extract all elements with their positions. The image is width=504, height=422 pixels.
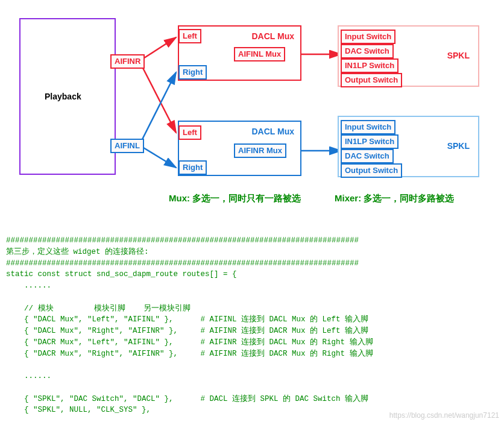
svg-line-3 xyxy=(140,146,176,168)
playback-label: Playback xyxy=(45,92,81,101)
top-mux-sub: AIFINL Mux xyxy=(234,47,285,61)
code-hr1: ########################################… xyxy=(6,236,359,245)
top-mixer-title: SPKL xyxy=(447,51,470,60)
top-mux-left: Left xyxy=(178,29,201,43)
code-decl: static const struct snd_soc_dapm_route r… xyxy=(6,270,237,279)
top-mixer-item-0: Input Switch xyxy=(341,30,395,44)
code-r4: { "DACR Mux", "Right", "AIFINR" }, # AIF… xyxy=(6,350,373,358)
code-comment-header: // 模块 模块引脚 另一模块引脚 xyxy=(6,304,191,313)
bottom-mux-title: DACL Mux xyxy=(251,127,294,136)
code-r1: { "DACL Mux", "Left", "AIFINL" }, # AIFI… xyxy=(6,315,368,324)
code-dots2: ...... xyxy=(6,372,51,380)
code-dots1: ...... xyxy=(6,282,51,290)
diagram-canvas: Playback AIFINR AIFINL DACL Mux Left Rig… xyxy=(0,0,504,422)
bottom-mixer-item-0: Input Switch xyxy=(341,120,395,134)
mux-caption: Mux: 多选一，同时只有一路被选 xyxy=(169,193,301,204)
mixer-caption: Mixer: 多选一，同时多路被选 xyxy=(335,193,454,204)
top-mixer-item-2: IN1LP Switch xyxy=(341,58,398,73)
svg-line-1 xyxy=(140,63,176,133)
code-r2: { "DACL Mux", "Right", "AIFINR" }, # AIF… xyxy=(6,327,368,335)
aifinl-label: AIFINL xyxy=(110,139,144,153)
top-mux-right: Right xyxy=(178,65,207,80)
code-hr2: ########################################… xyxy=(6,259,359,268)
code-step: 第三步，定义这些 widget 的连接路径: xyxy=(6,248,149,256)
code-r3: { "DACR Mux", "Left", "AIFINL" }, # AIFI… xyxy=(6,338,373,347)
bottom-mixer-item-2: DAC Switch xyxy=(341,149,394,163)
playback-box: Playback xyxy=(19,18,116,175)
top-mixer-item-3: Output Switch xyxy=(341,73,402,87)
bottom-mux-sub: AIFINR Mux xyxy=(234,143,286,158)
bottom-mixer-title: SPKL xyxy=(447,141,470,151)
code-block: ########################################… xyxy=(6,235,498,422)
svg-line-2 xyxy=(140,72,176,143)
aifinr-label: AIFINR xyxy=(110,54,145,69)
watermark: https://blog.csdn.net/wangjun7121 xyxy=(389,411,499,420)
code-r6: { "SPKL", NULL, "CLK_SYS" }, xyxy=(6,406,151,414)
bottom-mux-left: Left xyxy=(178,125,201,140)
top-mixer-item-1: DAC Switch xyxy=(341,44,394,58)
svg-line-0 xyxy=(140,37,176,60)
code-r5: { "SPKL", "DAC Switch", "DACL" }, # DACL… xyxy=(6,395,368,403)
bottom-mixer-item-3: Output Switch xyxy=(341,163,402,178)
bottom-mixer-item-1: IN1LP Switch xyxy=(341,134,398,149)
bottom-mux-right: Right xyxy=(178,160,207,175)
top-mux-title: DACL Mux xyxy=(251,31,294,41)
